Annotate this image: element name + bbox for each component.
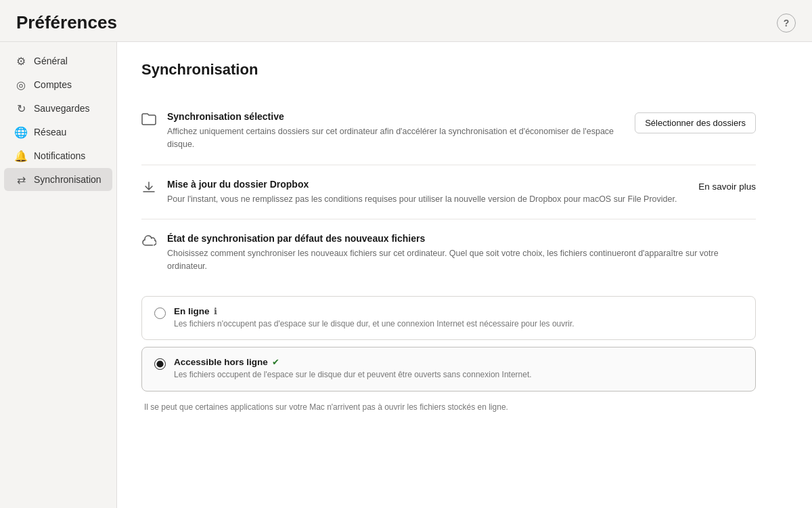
radio-hors-ligne-label-row: Accessible hors ligne ✔: [174, 357, 743, 367]
sync-state-text-block: État de synchronisation par défaut des n…: [167, 233, 756, 282]
bell-icon: 🔔: [15, 150, 27, 162]
gear-icon: ⚙: [15, 55, 27, 67]
radio-input-hors-ligne[interactable]: [154, 358, 166, 370]
section-update-dropbox: Mise à jour du dossier Dropbox Pour l'in…: [141, 165, 756, 220]
section-update-left: Mise à jour du dossier Dropbox Pour l'in…: [141, 179, 685, 206]
sidebar-label-general: Général: [34, 56, 68, 66]
section-selective-sync: Synchronisation sélective Affichez uniqu…: [141, 98, 756, 165]
learn-more-button[interactable]: En savoir plus: [698, 182, 756, 192]
radio-en-ligne-desc: Les fichiers n'occupent pas d'espace sur…: [174, 318, 743, 330]
content-area: Synchronisation Synchronisation sélectiv…: [116, 42, 812, 508]
sidebar-item-general[interactable]: ⚙ Général: [4, 49, 112, 72]
radio-hors-ligne-desc: Les fichiers occupent de l'espace sur le…: [174, 369, 743, 381]
folder-icon: [141, 112, 158, 129]
page-title: Préférences: [16, 12, 117, 33]
radio-en-ligne-label-row: En ligne ℹ: [174, 306, 743, 316]
header: Préférences ?: [0, 0, 812, 42]
sync-state-desc: Choisissez comment synchroniser les nouv…: [167, 247, 756, 273]
main-layout: ⚙ Général ◎ Comptes ↻ Sauvegardes 🌐 Rése…: [0, 42, 812, 508]
help-button[interactable]: ?: [777, 14, 796, 33]
refresh-icon: ↻: [15, 102, 27, 114]
radio-en-ligne[interactable]: En ligne ℹ Les fichiers n'occupent pas d…: [141, 296, 756, 340]
radio-hors-ligne-content: Accessible hors ligne ✔ Les fichiers occ…: [174, 357, 743, 381]
update-dropbox-desc: Pour l'instant, vous ne remplissez pas l…: [167, 193, 685, 206]
sync-state-note: Il se peut que certaines applications su…: [141, 402, 756, 412]
cloud-icon: [141, 234, 158, 250]
arrows-icon: ⇄: [15, 173, 27, 186]
selective-sync-text: Synchronisation sélective Affichez uniqu…: [167, 111, 621, 151]
sidebar: ⚙ Général ◎ Comptes ↻ Sauvegardes 🌐 Rése…: [0, 42, 116, 508]
update-dropbox-heading: Mise à jour du dossier Dropbox: [167, 179, 685, 190]
sync-state-heading: État de synchronisation par défaut des n…: [167, 233, 756, 244]
selective-sync-heading: Synchronisation sélective: [167, 111, 621, 122]
radio-input-en-ligne[interactable]: [154, 308, 166, 319]
section-selective-sync-left: Synchronisation sélective Affichez uniqu…: [141, 111, 621, 151]
radio-en-ligne-content: En ligne ℹ Les fichiers n'occupent pas d…: [174, 306, 743, 330]
sidebar-label-notifications: Notifications: [34, 150, 85, 161]
content-inner: Synchronisation Synchronisation sélectiv…: [117, 42, 780, 438]
selective-sync-action: Sélectionner des dossiers: [635, 112, 756, 133]
radio-hors-ligne[interactable]: Accessible hors ligne ✔ Les fichiers occ…: [141, 347, 756, 391]
sync-state-header-row: État de synchronisation par défaut des n…: [141, 233, 756, 282]
sidebar-item-reseau[interactable]: 🌐 Réseau: [4, 121, 112, 144]
sidebar-label-synchronisation: Synchronisation: [34, 174, 102, 185]
radio-en-ligne-label: En ligne: [174, 306, 210, 316]
person-circle-icon: ◎: [15, 79, 27, 91]
radio-en-ligne-badge: ℹ: [214, 306, 217, 316]
update-dropbox-text: Mise à jour du dossier Dropbox Pour l'in…: [167, 179, 685, 206]
sidebar-label-reseau: Réseau: [34, 127, 66, 137]
sidebar-item-sauvegardes[interactable]: ↻ Sauvegardes: [4, 97, 112, 120]
radio-hors-ligne-badge: ✔: [272, 357, 279, 367]
download-icon: [141, 180, 158, 198]
globe-icon: 🌐: [15, 126, 27, 138]
selective-sync-desc: Affichez uniquement certains dossiers su…: [167, 125, 621, 151]
update-dropbox-action: En savoir plus: [698, 180, 756, 192]
sidebar-label-comptes: Comptes: [34, 79, 72, 90]
sidebar-item-synchronisation[interactable]: ⇄ Synchronisation: [4, 168, 112, 191]
sidebar-label-sauvegardes: Sauvegardes: [34, 103, 90, 114]
sync-state-radio-group: En ligne ℹ Les fichiers n'occupent pas d…: [141, 296, 756, 391]
content-title: Synchronisation: [141, 61, 756, 79]
section-sync-state: État de synchronisation par défaut des n…: [141, 219, 756, 418]
select-folders-button[interactable]: Sélectionner des dossiers: [635, 112, 756, 133]
sidebar-item-comptes[interactable]: ◎ Comptes: [4, 73, 112, 96]
sidebar-item-notifications[interactable]: 🔔 Notifications: [4, 144, 112, 167]
radio-hors-ligne-label: Accessible hors ligne: [174, 357, 268, 367]
